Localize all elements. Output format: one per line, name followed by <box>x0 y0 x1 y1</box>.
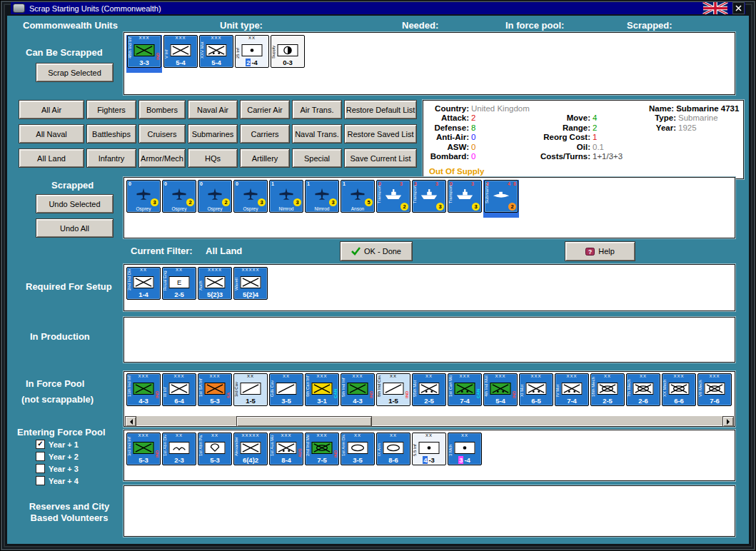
help-button[interactable]: ? Help <box>565 241 635 261</box>
filter-button-bombers[interactable]: Bombers <box>138 100 186 119</box>
unit-counter[interactable]: XXXXXAlexander6(4)2 <box>233 433 268 465</box>
unit-counter[interactable]: Osprey02 <box>198 180 232 213</box>
unit-counter[interactable]: XXRoyal EngE2-5 <box>162 267 196 300</box>
unit-counter[interactable]: XX5.5 Inf4-3 <box>412 433 446 465</box>
filter-button-battleships[interactable]: Battleships <box>86 124 136 143</box>
force-pool-scrollbar[interactable] <box>125 416 734 425</box>
can-be-scrapped-panel: XXX48th Ind InfIND3-3XXXV Inf5-4XXXXXV M… <box>124 32 735 95</box>
unit-counter[interactable]: XX1st Abn Pa.5-3 <box>198 433 232 465</box>
unit-type-symbol: E <box>169 276 190 288</box>
scroll-right-button[interactable] <box>722 416 734 427</box>
info-label: Anti-Air: <box>428 133 469 141</box>
unit-counter[interactable]: XX3rd Cav1-5 <box>233 373 268 406</box>
unit-counter[interactable]: XXIX Arm8-6 <box>376 433 410 465</box>
unit-counter[interactable]: XXXXI Mot6-5 <box>519 373 553 406</box>
undo-all-button[interactable]: Undo All <box>36 218 114 238</box>
filter-button-special[interactable]: Special <box>292 148 342 168</box>
unit-type-symbol <box>348 383 368 395</box>
unit-type-symbol <box>383 442 404 454</box>
filter-button-hqs[interactable]: HQs <box>188 148 238 168</box>
close-button[interactable] <box>732 2 745 14</box>
scrap-selected-button[interactable]: Scrap Selected <box>36 63 114 82</box>
required-for-setup-label: Required For Setup <box>26 281 112 292</box>
unit-counter[interactable]: XXXVII Mech7-6 <box>697 373 732 406</box>
unit-counter[interactable]: XXX5th Ind InfIND4-3 <box>341 373 375 406</box>
unit-counter[interactable]: XX3 Mch3-4 <box>448 433 482 465</box>
filter-button-carrier-air[interactable]: Carrier Air <box>240 100 290 119</box>
unit-counter[interactable]: XX1st Arm Div3-5 <box>341 433 375 465</box>
unit-counter[interactable]: XXX4th Ind MotIND5-4 <box>483 373 518 406</box>
unit-counter[interactable]: Transport333 <box>412 180 446 213</box>
unit-counter[interactable]: XX8th Ind CavIND1-5 <box>376 373 410 406</box>
filter-button-fighters[interactable]: Fighters <box>86 100 136 119</box>
unit-number: 3 <box>435 181 438 186</box>
filter-button-all-naval[interactable]: All Naval <box>19 124 84 143</box>
unit-name-label: 2nd Ind Div <box>127 269 133 290</box>
unit-counter[interactable]: XXX3rd Ind InfIND5-3 <box>126 433 161 465</box>
unit-counter[interactable]: Submarine2482 <box>483 180 519 218</box>
info-row: Year:1925 <box>649 123 735 133</box>
unit-counter[interactable]: Supply0-3 <box>271 35 305 68</box>
unit-nationality-badge: IND <box>333 436 338 458</box>
info-value: 1925 <box>678 123 697 132</box>
filter-button-all-land[interactable]: All Land <box>19 148 84 168</box>
unit-counter[interactable]: XXX2nd Ind MechIND7-5 <box>305 433 339 465</box>
unit-counter[interactable]: XX25 Inf2-4 <box>235 35 269 68</box>
filter-button-cruisers[interactable]: Cruisers <box>138 124 186 143</box>
scrollbar-thumb[interactable] <box>236 416 373 427</box>
filter-button-artillery[interactable]: Artillery <box>240 148 290 168</box>
unit-type-symbol <box>598 383 618 395</box>
scroll-left-button[interactable] <box>125 416 136 427</box>
unit-counter[interactable]: XXXIV Mot7-4 <box>555 373 589 406</box>
filter-button-submarines[interactable]: Submarines <box>188 124 238 143</box>
filter-button-carriers[interactable]: Carriers <box>240 124 290 143</box>
unit-counter[interactable]: XXX1st Aus MotAUS8-4 <box>269 433 303 465</box>
unit-counter[interactable]: XXXXXV Mot5-4 <box>199 35 233 68</box>
unit-counter[interactable]: XX1st Abn Div2-3 <box>162 433 196 465</box>
unit-counter[interactable]: Nimrod13 <box>305 180 339 213</box>
filter-button-naval-air[interactable]: Naval Air <box>188 100 238 119</box>
year-checkbox-3[interactable]: Year + 3 <box>36 464 79 473</box>
unit-counter[interactable]: XXX1st Can MotCAN7-4 <box>448 373 482 406</box>
unit-counter[interactable]: XXX13th Ind InfIND4-3 <box>126 373 161 406</box>
unit-counter[interactable]: Transport032 <box>376 180 410 213</box>
unit-counter[interactable]: Anson15 <box>341 180 375 213</box>
unit-counter[interactable]: Transport033 <box>448 180 482 213</box>
unit-counter[interactable]: Osprey02 <box>162 180 196 213</box>
filter-button-save-current-list[interactable]: Save Current List <box>344 148 417 168</box>
year-checkbox-4[interactable]: Year + 4 <box>36 476 79 485</box>
unit-counter[interactable]: XXGds Cav3-5 <box>269 373 303 406</box>
unit-counter[interactable]: XX7th Mech2-6 <box>626 373 660 406</box>
ok-done-button[interactable]: OK - Done <box>340 241 413 261</box>
unit-counter[interactable]: Nimrod13 <box>269 180 303 213</box>
unit-counter[interactable]: XX55th Mot2-5 <box>412 373 446 406</box>
unit-stats: 8-6 <box>377 457 410 464</box>
info-middle-column: Move:4Range:2Reorg Cost:1Oil:0.1Costs/Tu… <box>536 103 649 176</box>
unit-counter[interactable]: XXXXAuch5(2)3 <box>198 267 232 300</box>
unit-counter[interactable]: Osprey03 <box>233 180 268 213</box>
filter-button-all-air[interactable]: All Air <box>19 100 84 119</box>
year-checkbox-2[interactable]: Year + 2 <box>36 452 79 461</box>
unit-counter[interactable]: XX18th Mech2-5 <box>590 373 625 406</box>
undo-selected-button[interactable]: Undo Selected <box>36 194 114 213</box>
unit-counter[interactable]: XXX48th Ind InfIND3-3 <box>126 35 162 73</box>
unit-counter[interactable]: XXXXXWavell5(2)4 <box>233 267 268 300</box>
info-row: Bombard:0 <box>428 152 536 162</box>
unit-counter[interactable]: XXXV Inf5-4 <box>163 35 198 68</box>
unit-counter[interactable]: XX2nd Ind Div1-4 <box>126 267 161 300</box>
unit-name-label: III Inf <box>163 375 168 397</box>
filter-button-restore-default-list[interactable]: Restore Default List <box>344 100 417 119</box>
unit-counter[interactable]: XXX6th Can InfCAN3-1 <box>305 373 339 406</box>
info-value: 2 <box>593 123 597 132</box>
unit-counter[interactable]: Osprey03 <box>126 180 161 213</box>
scrollbar-track[interactable] <box>136 416 722 425</box>
filter-button-infantry[interactable]: Infantry <box>86 148 136 168</box>
filter-button-armor-mech[interactable]: Armor/Mech <box>138 148 186 168</box>
filter-button-naval-trans[interactable]: Naval Trans. <box>292 124 342 143</box>
unit-counter[interactable]: XXXIII Inf6-4 <box>162 373 196 406</box>
filter-button-air-trans[interactable]: Air Trans. <box>292 100 342 119</box>
filter-button-restore-saved-list[interactable]: Restore Saved List <box>344 124 417 143</box>
unit-counter[interactable]: XXX1st SA InfSA5-3 <box>198 373 232 406</box>
year-checkbox-1[interactable]: ✓Year + 1 <box>36 440 79 449</box>
unit-counter[interactable]: XXXXX Mech6-6 <box>662 373 696 406</box>
